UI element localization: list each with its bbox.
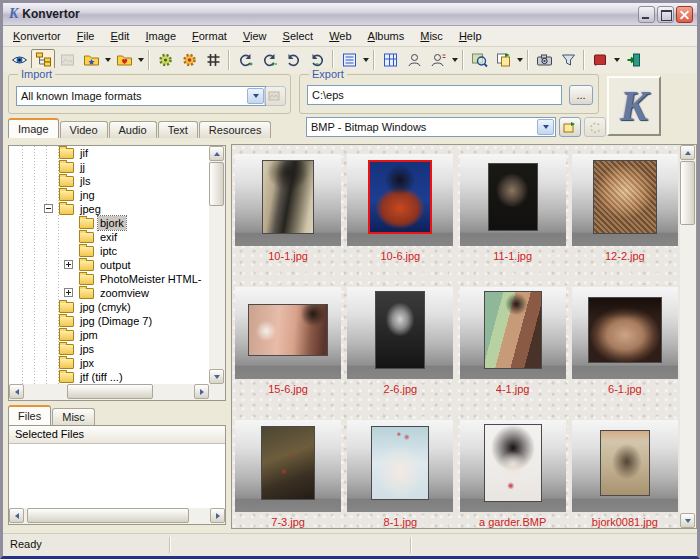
- tree-item[interactable]: PhotoMeister HTML-: [9, 272, 209, 286]
- tab-files[interactable]: Files: [8, 405, 51, 425]
- convert-dropdown[interactable]: [515, 49, 524, 71]
- screen-capture-button[interactable]: [532, 49, 556, 71]
- tree-item[interactable]: jpm: [9, 328, 209, 342]
- tab-text[interactable]: Text: [158, 121, 198, 138]
- tree-item[interactable]: jpg (Dimage 7): [9, 314, 209, 328]
- scroll-right-button[interactable]: [194, 384, 209, 399]
- grid-view-button[interactable]: [378, 49, 402, 71]
- close-button[interactable]: [676, 6, 693, 23]
- image-pane-button[interactable]: [55, 49, 79, 71]
- collapse-icon[interactable]: [44, 204, 53, 213]
- tab-resources[interactable]: Resources: [199, 121, 272, 138]
- scroll-up-button[interactable]: [209, 146, 224, 161]
- scrollbar-thumb[interactable]: [680, 161, 695, 225]
- menu-file[interactable]: File: [69, 26, 103, 46]
- thumbnail-item[interactable]: 7-3.jpg: [235, 420, 341, 529]
- thumbnail-item[interactable]: 6-1.jpg: [572, 287, 678, 397]
- tree-item[interactable]: jls: [9, 174, 209, 188]
- help-dropdown[interactable]: [612, 49, 621, 71]
- thumbnail-item[interactable]: 10-1.jpg: [235, 154, 341, 264]
- rotate-right-button[interactable]: [233, 49, 257, 71]
- menu-select[interactable]: Select: [275, 26, 322, 46]
- scrollbar-thumb[interactable]: [209, 162, 224, 206]
- maximize-button[interactable]: [657, 6, 674, 23]
- scroll-down-button[interactable]: [680, 513, 695, 528]
- thumbnail-item[interactable]: 8-1.jpg: [347, 420, 453, 529]
- help-book-button[interactable]: [588, 49, 612, 71]
- recent-dropdown[interactable]: [136, 49, 145, 71]
- convert-gear-color-button[interactable]: [177, 49, 201, 71]
- tab-video[interactable]: Video: [60, 121, 108, 138]
- menu-view[interactable]: View: [235, 26, 275, 46]
- batch-grid-button[interactable]: [201, 49, 225, 71]
- scrollbar-thumb[interactable]: [67, 384, 153, 399]
- export-path-input[interactable]: [307, 85, 562, 105]
- thumbnail-item[interactable]: a garder.BMP: [460, 420, 566, 529]
- tree-item[interactable]: jj: [9, 160, 209, 174]
- filter-button[interactable]: [556, 49, 580, 71]
- scroll-left-button[interactable]: [9, 508, 24, 523]
- thumbnail-item[interactable]: 11-1.jpg: [460, 154, 566, 264]
- convert-files-button[interactable]: [491, 49, 515, 71]
- tree-item[interactable]: jpx: [9, 356, 209, 370]
- refresh-button[interactable]: [584, 117, 606, 137]
- list-view-dropdown[interactable]: [361, 49, 370, 71]
- thumbnails-vertical-scrollbar[interactable]: [680, 145, 696, 528]
- favorites-dropdown[interactable]: [103, 49, 112, 71]
- tree-item[interactable]: iptc: [9, 244, 209, 258]
- menu-edit[interactable]: Edit: [102, 26, 137, 46]
- menu-format[interactable]: Format: [184, 26, 235, 46]
- minimize-button[interactable]: [638, 6, 655, 23]
- tab-image[interactable]: Image: [8, 118, 59, 138]
- thumbnail-item-selected[interactable]: 10-6.jpg: [347, 154, 453, 264]
- tree-item[interactable]: output: [9, 258, 209, 272]
- tab-audio[interactable]: Audio: [109, 121, 157, 138]
- favorites-folder-button[interactable]: [79, 49, 103, 71]
- profile-alt-button[interactable]: [426, 49, 450, 71]
- tree-item-selected[interactable]: bjork: [9, 216, 209, 230]
- export-format-select[interactable]: BMP - Bitmap Windows: [306, 117, 556, 137]
- menu-web[interactable]: Web: [321, 26, 359, 46]
- selected-files-list[interactable]: [9, 444, 225, 508]
- profile-button[interactable]: [402, 49, 426, 71]
- expand-icon[interactable]: [64, 288, 73, 297]
- menu-image[interactable]: Image: [137, 26, 184, 46]
- rotate-right-all-button[interactable]: [257, 49, 281, 71]
- browse-preview-button[interactable]: [467, 49, 491, 71]
- tree-horizontal-scrollbar[interactable]: [9, 384, 209, 400]
- menu-misc[interactable]: Misc: [412, 26, 451, 46]
- convert-gear-button[interactable]: [153, 49, 177, 71]
- thumbnail-item[interactable]: 15-6.jpg: [235, 287, 341, 397]
- scroll-right-button[interactable]: [210, 508, 225, 523]
- tree-item[interactable]: exif: [9, 230, 209, 244]
- browse-button[interactable]: ...: [569, 85, 593, 105]
- chevron-down-icon[interactable]: [247, 88, 264, 104]
- menu-konvertor[interactable]: Konvertor: [5, 26, 69, 46]
- tree-item[interactable]: jng: [9, 188, 209, 202]
- tree-item[interactable]: jpeg: [9, 202, 209, 216]
- tree-item[interactable]: jtf (tiff ...): [9, 370, 209, 384]
- menu-help[interactable]: Help: [451, 26, 490, 46]
- format-settings-button[interactable]: [559, 117, 581, 137]
- expand-icon[interactable]: [64, 260, 73, 269]
- konvertor-logo-button[interactable]: K: [607, 76, 661, 136]
- tree-item[interactable]: jpg (cmyk): [9, 300, 209, 314]
- thumbnail-item[interactable]: bjork0081.jpg: [572, 420, 678, 529]
- import-format-select[interactable]: All known Image formats: [16, 86, 266, 106]
- exit-button[interactable]: [621, 49, 645, 71]
- thumbnail-item[interactable]: 12-2.jpg: [572, 154, 678, 264]
- thumbnail-item[interactable]: 2-6.jpg: [347, 287, 453, 397]
- recent-folder-button[interactable]: [112, 49, 136, 71]
- menu-albums[interactable]: Albums: [360, 26, 413, 46]
- thumbnail-item[interactable]: 4-1.jpg: [460, 287, 566, 397]
- scroll-down-button[interactable]: [209, 369, 224, 384]
- tree-vertical-scrollbar[interactable]: [209, 146, 225, 384]
- tab-misc[interactable]: Misc: [52, 408, 95, 425]
- chevron-down-icon[interactable]: [537, 119, 554, 135]
- profile-dropdown[interactable]: [450, 49, 459, 71]
- tree-item[interactable]: jps: [9, 342, 209, 356]
- scroll-up-button[interactable]: [680, 145, 695, 160]
- tree-item[interactable]: jif: [9, 146, 209, 160]
- scrollbar-thumb[interactable]: [27, 508, 189, 523]
- scroll-left-button[interactable]: [9, 384, 24, 399]
